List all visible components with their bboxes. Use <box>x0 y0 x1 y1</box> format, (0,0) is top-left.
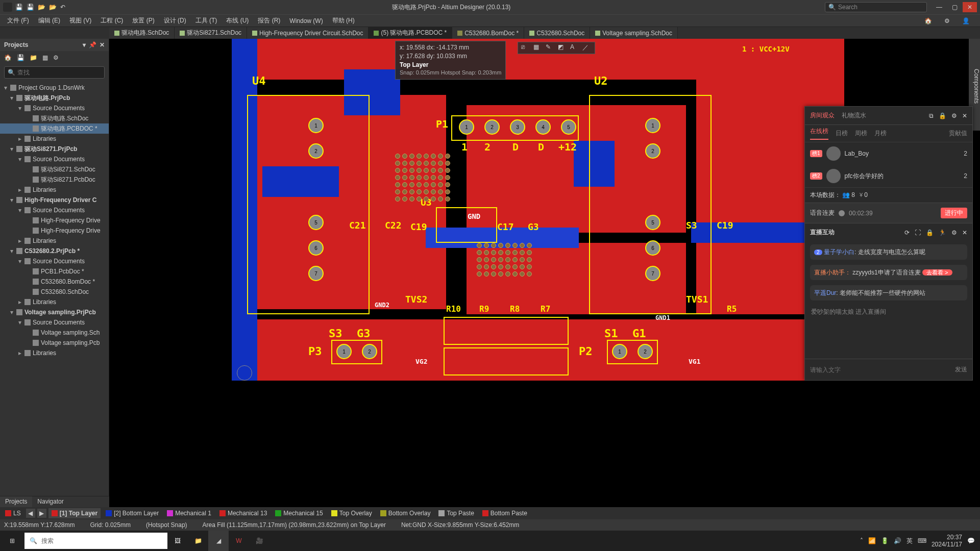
run-icon[interactable]: 🏃 <box>939 229 946 236</box>
layer-scroll-arrow[interactable]: ◀ <box>26 509 35 518</box>
tree-node[interactable]: ▸Libraries <box>0 134 109 144</box>
tree-node[interactable]: ▾High-Frequency Driver C <box>0 195 109 205</box>
grid-icon[interactable]: ▦ <box>533 43 543 53</box>
line-icon[interactable]: ／ <box>582 43 592 53</box>
minimize-button[interactable]: — <box>932 2 946 12</box>
menu-project[interactable]: 工程 (C) <box>96 15 127 26</box>
tree-node[interactable]: 驱动电路.SchDoc <box>0 113 109 123</box>
menu-design[interactable]: 设计 (D) <box>160 15 190 26</box>
home-icon[interactable]: 🏠 <box>4 54 12 61</box>
ime-indicator[interactable]: 英 <box>906 537 913 545</box>
edit-icon[interactable]: ✎ <box>546 43 555 53</box>
pin-icon[interactable]: 📌 <box>89 41 96 48</box>
tree-node[interactable]: ▾Project Group 1.DsnWrk <box>0 83 109 93</box>
taskbar-app-icon[interactable]: 🖼 <box>167 531 188 551</box>
tree-node[interactable]: High-Frequency Drive <box>0 215 109 226</box>
tree-node[interactable]: ▾Source Documents <box>0 103 109 113</box>
compile-icon[interactable]: ▦ <box>42 54 48 61</box>
layer-tab[interactable]: Mechanical 13 <box>216 508 270 518</box>
rank-tab-month[interactable]: 月榜 <box>874 129 887 138</box>
open-project-icon[interactable]: 📂 <box>49 4 56 11</box>
tree-node[interactable]: ▸Libraries <box>0 236 109 246</box>
gear-icon[interactable]: ⚙ <box>53 54 59 61</box>
dropdown-icon[interactable]: ▾ <box>83 41 86 48</box>
tree-node[interactable]: 驱动电路.PCBDOC * <box>0 123 109 134</box>
projects-search[interactable]: 🔍 <box>4 66 105 79</box>
save-icon[interactable]: 💾 <box>17 54 24 61</box>
layer-tab[interactable]: LS <box>2 508 24 518</box>
close-icon[interactable]: ✕ <box>962 112 967 119</box>
maximize-button[interactable]: ▢ <box>947 2 962 12</box>
tree-node[interactable]: ▾Source Documents <box>0 205 109 215</box>
go-see-button[interactable]: 去看看 > <box>922 269 952 276</box>
settings-icon[interactable]: ⚙ <box>951 112 957 119</box>
mask-icon[interactable]: ◩ <box>558 43 567 53</box>
tree-node[interactable]: High-Frequency Drive <box>0 226 109 236</box>
close-button[interactable]: ✕ <box>963 2 977 12</box>
layer-tab[interactable]: [2] Bottom Layer <box>103 508 162 518</box>
rank-tab-week[interactable]: 周榜 <box>855 129 867 138</box>
menu-file[interactable]: 文件 (F) <box>3 15 33 26</box>
tab-projects[interactable]: Projects <box>0 496 32 507</box>
clear-filter-icon[interactable]: ⎚ <box>521 43 530 53</box>
tree-node[interactable]: ▾驱动Si8271.PrjPcb <box>0 144 109 154</box>
home-icon[interactable]: 🏠 <box>920 16 936 26</box>
tray-chevron-icon[interactable]: ˄ <box>860 537 863 544</box>
tab-navigator[interactable]: Navigator <box>32 496 68 507</box>
tree-node[interactable]: ▸Libraries <box>0 185 109 195</box>
doc-tab[interactable]: High-Frequency Driver Circuit.SchDoc <box>247 27 369 39</box>
layer-scroll-arrow[interactable]: ▶ <box>37 509 46 518</box>
taskbar-wps-icon[interactable]: W <box>229 531 249 551</box>
layer-tab[interactable]: Mechanical 15 <box>272 508 326 518</box>
gear-icon[interactable]: ⚙ <box>940 16 954 26</box>
lock-icon[interactable]: 🔒 <box>926 229 934 236</box>
doc-tab[interactable]: 驱动Si8271.SchDoc <box>175 27 247 39</box>
doc-tab[interactable]: C532680.SchDoc <box>524 27 590 39</box>
save-icon[interactable]: 💾 <box>15 4 22 11</box>
rank-tab-online[interactable]: 在线榜 <box>810 127 828 140</box>
tree-node[interactable]: ▸Libraries <box>0 297 109 307</box>
taskbar-search[interactable]: 🔍 搜索 <box>24 533 167 549</box>
project-tree[interactable]: ▾Project Group 1.DsnWrk▾驱动电路.PrjPcb▾Sour… <box>0 81 109 507</box>
close-panel-icon[interactable]: ✕ <box>100 41 105 48</box>
taskbar-stream-icon[interactable]: 🎥 <box>249 531 270 551</box>
doc-tab[interactable]: Voltage sampling.SchDoc <box>590 27 678 39</box>
stream-tab-gifts[interactable]: 礼物流水 <box>842 111 866 120</box>
projects-search-input[interactable] <box>17 69 101 76</box>
tree-node[interactable]: ▾C532680.2.PrjPcb * <box>0 246 109 256</box>
menu-help[interactable]: 帮助 (H) <box>328 15 359 26</box>
lock-icon[interactable]: 🔒 <box>939 112 946 119</box>
voice-status-badge[interactable]: 进行中 <box>941 208 967 218</box>
doc-tab[interactable]: C532680.BomDoc * <box>452 27 524 39</box>
send-button[interactable]: 发送 <box>955 365 967 374</box>
filter-icon[interactable]: ⛶ <box>915 229 921 236</box>
notifications-icon[interactable]: 💬 <box>967 537 975 544</box>
tree-node[interactable]: 驱动Si8271.PcbDoc <box>0 174 109 185</box>
menu-reports[interactable]: 报告 (R) <box>254 15 284 26</box>
chat-input[interactable] <box>810 366 951 373</box>
start-button[interactable]: ⊞ <box>0 531 24 551</box>
tree-node[interactable]: ▾Source Documents <box>0 154 109 164</box>
menu-edit[interactable]: 编辑 (E) <box>34 15 64 26</box>
taskbar-explorer-icon[interactable]: 📁 <box>188 531 208 551</box>
menu-view[interactable]: 视图 (V) <box>65 15 95 26</box>
refresh-icon[interactable]: ⟳ <box>904 229 910 236</box>
settings-icon[interactable]: ⚙ <box>951 229 957 236</box>
taskbar-altium-icon[interactable]: ◢ <box>208 531 229 551</box>
layer-tab[interactable]: [1] Top Layer <box>48 508 101 518</box>
save-all-icon[interactable]: 💾 <box>27 4 34 11</box>
viewer-row[interactable]: 榜1 Lab_Boy 2 <box>805 142 972 165</box>
tree-node[interactable]: 驱动Si8271.SchDoc <box>0 164 109 174</box>
doc-tab-active[interactable]: (5) 驱动电路.PCBDOC * <box>369 27 452 39</box>
layer-tab[interactable]: Mechanical 1 <box>164 508 214 518</box>
layer-tab[interactable]: Bottom Paste <box>479 508 530 518</box>
taskbar-clock[interactable]: 20:37 2024/11/17 <box>932 534 962 548</box>
layer-tab[interactable]: Bottom Overlay <box>377 508 434 518</box>
menu-route[interactable]: 布线 (U) <box>222 15 253 26</box>
stream-tab-audience[interactable]: 房间观众 <box>810 111 835 120</box>
rank-tab-day[interactable]: 日榜 <box>836 129 848 138</box>
tree-node[interactable]: ▾驱动电路.PrjPcb <box>0 93 109 103</box>
global-search[interactable]: 🔍 Search <box>825 2 927 12</box>
tree-node[interactable]: C532680.SchDoc <box>0 287 109 297</box>
text-icon[interactable]: A <box>570 43 579 53</box>
